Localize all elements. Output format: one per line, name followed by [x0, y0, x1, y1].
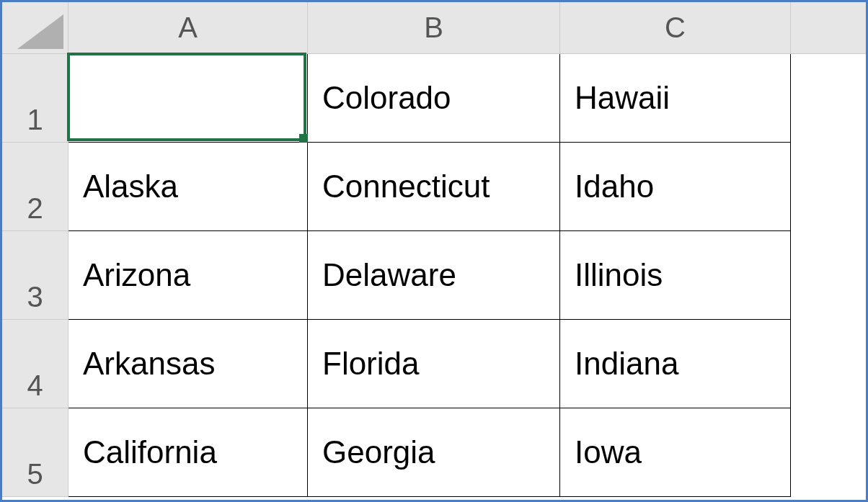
row-header-3[interactable]: 3	[2, 231, 68, 320]
cell-a5[interactable]: California	[68, 408, 308, 497]
cell-c2[interactable]: Idaho	[560, 143, 791, 231]
cell-extra-3[interactable]	[791, 231, 868, 320]
column-header-b[interactable]: B	[308, 2, 560, 54]
cell-b5[interactable]: Georgia	[308, 408, 560, 497]
cell-extra-1[interactable]	[791, 54, 868, 143]
cell-b4[interactable]: Florida	[308, 320, 560, 408]
column-header-a[interactable]: A	[68, 2, 308, 54]
cell-c1[interactable]: Hawaii	[560, 54, 791, 143]
spreadsheet-grid: A B C 1 2 3 4 5 Colorado Hawaii Alaska C…	[2, 2, 866, 500]
cells-area: Colorado Hawaii Alaska Connecticut Idaho…	[68, 54, 868, 497]
cell-a2[interactable]: Alaska	[68, 143, 308, 231]
column-header-extra[interactable]	[791, 2, 868, 54]
cell-extra-4[interactable]	[791, 320, 868, 408]
select-all-triangle-icon	[17, 14, 63, 49]
row-header-5[interactable]: 5	[2, 408, 68, 497]
column-headers: A B C	[68, 2, 868, 54]
row-header-2[interactable]: 2	[2, 143, 68, 231]
table-row: Arizona Delaware Illinois	[68, 231, 868, 320]
cell-c5[interactable]: Iowa	[560, 408, 791, 497]
cell-b2[interactable]: Connecticut	[308, 143, 560, 231]
cell-a3[interactable]: Arizona	[68, 231, 308, 320]
table-row: Arkansas Florida Indiana	[68, 320, 868, 408]
row-headers: 1 2 3 4 5	[2, 54, 68, 497]
cell-b1[interactable]: Colorado	[308, 54, 560, 143]
select-all-corner[interactable]	[2, 2, 68, 54]
cell-a4[interactable]: Arkansas	[68, 320, 308, 408]
cell-extra-5[interactable]	[791, 408, 868, 497]
table-row: California Georgia Iowa	[68, 408, 868, 497]
cell-a1[interactable]	[68, 54, 308, 143]
cell-b3[interactable]: Delaware	[308, 231, 560, 320]
cell-extra-2[interactable]	[791, 143, 868, 231]
row-header-1[interactable]: 1	[2, 54, 68, 143]
table-row: Alaska Connecticut Idaho	[68, 143, 868, 231]
cell-c3[interactable]: Illinois	[560, 231, 791, 320]
cell-c4[interactable]: Indiana	[560, 320, 791, 408]
column-header-c[interactable]: C	[560, 2, 791, 54]
table-row: Colorado Hawaii	[68, 54, 868, 143]
row-header-4[interactable]: 4	[2, 320, 68, 408]
